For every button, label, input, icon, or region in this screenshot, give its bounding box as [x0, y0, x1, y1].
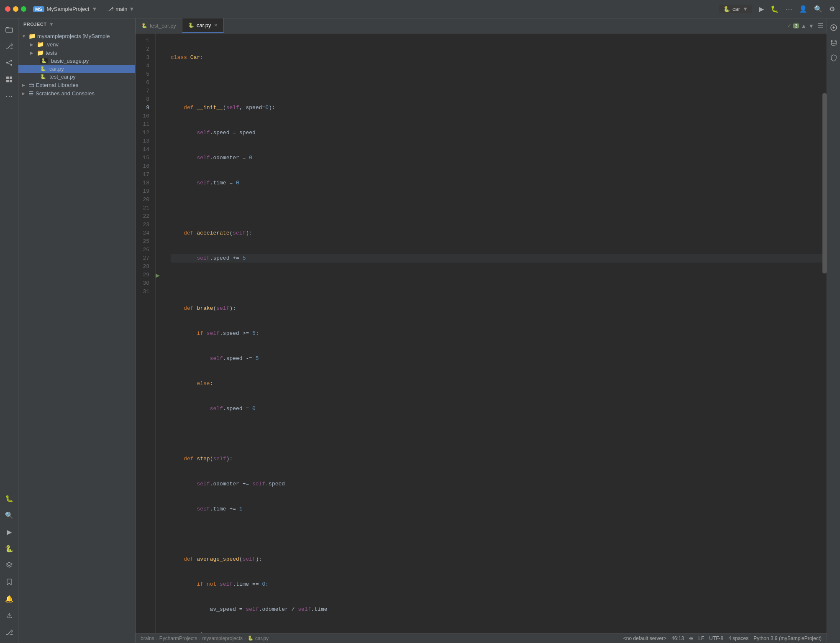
- code-line-14: else:: [171, 380, 822, 388]
- gutter-20: [156, 196, 164, 204]
- car-py-icon: 🐍: [40, 66, 46, 71]
- editor-area: 🐍 test_car.py 🐍 car.py ✕ ✓ 3 ▲ ▼ ☰: [136, 18, 827, 643]
- gutter-5: [156, 70, 164, 79]
- tab-car[interactable]: 🐍 car.py ✕: [182, 18, 224, 33]
- run-line-29[interactable]: ▶: [156, 271, 164, 279]
- inspection-result[interactable]: ✓ 3 ▲ ▼: [787, 23, 814, 29]
- sidebar-item-car[interactable]: 🐍 car.py: [18, 65, 135, 73]
- code-editor[interactable]: class Car: def __init__(self, speed=0): …: [164, 33, 822, 633]
- tab-bar: 🐍 test_car.py 🐍 car.py ✕ ✓ 3 ▲ ▼ ☰: [136, 18, 827, 33]
- tab-test-car[interactable]: 🐍 test_car.py: [136, 18, 182, 33]
- run-config[interactable]: 🐍 car ▼: [719, 5, 752, 13]
- activity-folder[interactable]: [2, 22, 17, 37]
- search-everywhere-icon[interactable]: 🔍: [814, 5, 822, 13]
- close-button[interactable]: [5, 6, 10, 12]
- status-encoding-label: UTF-8: [709, 635, 723, 641]
- run-button[interactable]: ▶: [759, 5, 764, 13]
- tab-car-close[interactable]: ✕: [214, 23, 218, 28]
- code-line-15: self.speed = 0: [171, 405, 822, 413]
- sidebar-item-scratches-label: Scratches and Consoles: [36, 90, 95, 97]
- activity-git[interactable]: ⎇: [2, 38, 17, 54]
- svg-rect-1: [6, 28, 13, 32]
- sidebar-item-basic-usage[interactable]: 🐍 basic_usage.py: [18, 57, 135, 65]
- gutter-14: [156, 145, 164, 154]
- ext-lib-icon: 🗃: [28, 82, 34, 88]
- ln-30: 30: [136, 279, 152, 288]
- more-actions-button[interactable]: ⋯: [786, 5, 792, 13]
- activity-run[interactable]: ▶: [2, 524, 17, 539]
- gutter-3: [156, 54, 164, 62]
- gutter-21: [156, 204, 164, 212]
- code-line-12: if self.speed >= 5:: [171, 329, 822, 338]
- activity-debug[interactable]: 🐛: [2, 491, 17, 506]
- status-bar: brains › PycharmProjects › mysampleproje…: [136, 633, 827, 643]
- venv-folder-icon: 📁: [37, 41, 44, 48]
- ln-14: 14: [136, 145, 152, 154]
- settings-icon[interactable]: ⚙: [829, 5, 835, 13]
- sidebar-item-root[interactable]: ▼ 📁 mysampleprojects [MySample: [18, 32, 135, 40]
- main-layout: ⎇ ⋯ 🐛 🔍 ▶ 🐍 🔔 ⚠ ⎇ Project ▼ ▼: [0, 18, 840, 643]
- ln-27: 27: [136, 254, 152, 263]
- activity-search[interactable]: 🔍: [2, 508, 17, 523]
- code-line-17: def step(self):: [171, 455, 822, 463]
- right-panel-security[interactable]: [828, 52, 840, 64]
- activity-layers[interactable]: [2, 558, 17, 573]
- status-encoding-icon[interactable]: ⊕: [689, 635, 693, 641]
- svg-rect-9: [6, 80, 9, 82]
- code-line-21: def average_speed(self):: [171, 555, 822, 564]
- activity-warning[interactable]: ⚠: [2, 608, 17, 623]
- line-numbers: 1 2 3 4 5 6 7 8 9 10 11 12 13 14 15 16 1: [136, 33, 156, 633]
- debug-button[interactable]: 🐛: [771, 5, 779, 13]
- ln-28: 28: [136, 263, 152, 271]
- ln-24: 24: [136, 229, 152, 237]
- gutter-15: [156, 154, 164, 162]
- status-encoding[interactable]: UTF-8: [709, 635, 723, 641]
- status-position[interactable]: 46:13: [671, 635, 684, 641]
- vertical-scrollbar[interactable]: [822, 33, 827, 633]
- sidebar-header[interactable]: Project ▼: [18, 18, 135, 30]
- maximize-button[interactable]: [21, 6, 26, 12]
- activity-bookmark[interactable]: [2, 574, 17, 589]
- breadcrumb-projects: mysampleprojects: [202, 635, 243, 641]
- tab-test-car-label: test_car.py: [150, 23, 176, 29]
- traffic-lights: [5, 6, 26, 12]
- activity-python[interactable]: 🐍: [2, 541, 17, 556]
- sidebar-item-venv[interactable]: ▶ 📁 .venv: [18, 40, 135, 48]
- tests-folder-icon: 📁: [37, 49, 44, 56]
- status-server[interactable]: <no default server>: [623, 635, 666, 641]
- sidebar-item-test-car[interactable]: 🐍 test_car.py: [18, 73, 135, 81]
- ln-10: 10: [136, 112, 152, 120]
- activity-more[interactable]: ⋯: [2, 89, 17, 104]
- status-line-ending[interactable]: LF: [698, 635, 704, 641]
- ln-2: 2: [136, 45, 152, 54]
- gutter-27: [156, 254, 164, 263]
- code-line-2: [171, 79, 822, 87]
- basic-usage-py-icon: 🐍: [40, 58, 48, 64]
- sidebar-item-tests[interactable]: ▶ 📁 tests: [18, 48, 135, 57]
- activity-plugins[interactable]: [2, 72, 17, 87]
- ln-21: 21: [136, 204, 152, 212]
- gutter-12: [156, 129, 164, 137]
- activity-notification[interactable]: 🔔: [2, 591, 17, 606]
- code-line-16: [171, 430, 822, 438]
- code-container[interactable]: 1 2 3 4 5 6 7 8 9 10 11 12 13 14 15 16 1: [136, 33, 827, 633]
- minimize-button[interactable]: [13, 6, 18, 12]
- right-panel-db[interactable]: [828, 37, 840, 48]
- right-panel-ai[interactable]: [828, 22, 840, 33]
- sidebar-item-basic-usage-label: basic_usage.py: [51, 58, 89, 64]
- project-name[interactable]: MS MySampleProject ▼: [33, 6, 97, 12]
- nav-down-icon[interactable]: ▼: [808, 23, 814, 29]
- status-interpreter[interactable]: Python 3.9 (mySampleProject): [753, 635, 822, 641]
- nav-up-icon[interactable]: ▲: [801, 23, 807, 29]
- code-line-18: self.odometer += self.speed: [171, 480, 822, 488]
- sidebar-item-ext-lib[interactable]: ▶ 🗃 External Libraries: [18, 81, 135, 89]
- status-indent[interactable]: 4 spaces: [728, 635, 748, 641]
- activity-structure[interactable]: [2, 55, 17, 70]
- activity-git-bottom[interactable]: ⎇: [2, 625, 17, 640]
- breadcrumb-sep-1: ›: [156, 635, 158, 641]
- account-icon[interactable]: 👤: [799, 5, 807, 13]
- sidebar-item-scratches[interactable]: ▶ ☰ Scratches and Consoles: [18, 89, 135, 97]
- branch-selector[interactable]: ⎇ main ▼: [107, 6, 134, 13]
- code-line-22: if not self.time == 0:: [171, 580, 822, 589]
- recent-files-icon[interactable]: ☰: [817, 22, 823, 30]
